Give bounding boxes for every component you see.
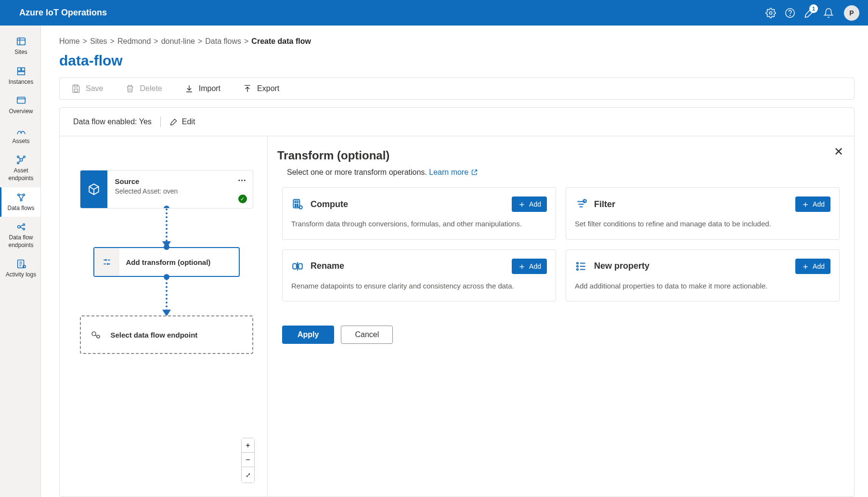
avatar[interactable]: P xyxy=(844,5,859,21)
settings-icon[interactable] xyxy=(761,3,780,23)
card-new-property: New property ＋Add Add additional propert… xyxy=(566,249,840,302)
svg-point-9 xyxy=(17,156,19,158)
assets-icon xyxy=(16,125,26,136)
sidebar-item-label: Data flows xyxy=(7,205,34,212)
add-filter-button[interactable]: ＋Add xyxy=(795,196,830,212)
breadcrumb: Home > Sites > Redmond > donut-line > Da… xyxy=(59,37,855,46)
breadcrumb-item[interactable]: Data flows xyxy=(205,37,241,46)
endpoint-label: Select data flow endpoint xyxy=(111,331,252,339)
svg-point-15 xyxy=(17,225,20,228)
card-desc: Set filter conditions to refine and mana… xyxy=(575,219,830,230)
zoom-in-button[interactable]: + xyxy=(242,438,254,453)
data-flows-icon xyxy=(16,192,26,203)
toolbar: Save Delete Import Export xyxy=(59,78,855,100)
toolbar-label: Save xyxy=(86,84,103,93)
activity-logs-icon xyxy=(16,259,26,269)
status-check-icon: ✓ xyxy=(238,195,247,203)
breadcrumb-item[interactable]: Home xyxy=(59,37,80,46)
cancel-button[interactable]: Cancel xyxy=(341,326,393,344)
main-content: Home > Sites > Redmond > donut-line > Da… xyxy=(41,26,868,497)
zoom-fit-button[interactable]: ⤢ xyxy=(242,467,254,483)
svg-rect-3 xyxy=(17,38,25,45)
learn-more-link[interactable]: Learn more xyxy=(429,168,478,176)
sidebar-item-label: Data flow endpoints xyxy=(3,234,39,249)
notification-bell-icon[interactable] xyxy=(819,3,838,23)
breadcrumb-sep: > xyxy=(154,37,158,46)
card-title: Rename xyxy=(311,261,505,271)
zoom-out-button[interactable]: − xyxy=(242,453,254,467)
delete-button: Delete xyxy=(125,84,162,93)
svg-point-17 xyxy=(23,228,25,230)
sites-icon xyxy=(16,36,26,47)
workspace: Data flow enabled: Yes Edit xyxy=(59,107,855,497)
card-desc: Transform data through conversions, form… xyxy=(291,219,547,230)
svg-point-23 xyxy=(97,335,100,338)
sidebar-item-assets[interactable]: Assets xyxy=(0,120,40,150)
card-desc: Add additional properties to data to mak… xyxy=(575,281,830,292)
export-button[interactable]: Export xyxy=(243,84,279,93)
svg-point-22 xyxy=(92,332,96,336)
sidebar-item-overview[interactable]: Overview xyxy=(0,91,40,120)
breadcrumb-sep: > xyxy=(198,37,202,46)
svg-point-19 xyxy=(23,265,25,268)
node-menu-icon[interactable]: … xyxy=(238,173,247,183)
canvas: Source Selected Asset: oven … ✓ xyxy=(60,136,268,497)
asset-endpoints-icon xyxy=(16,155,26,165)
transform-icon xyxy=(94,248,119,276)
add-compute-button[interactable]: ＋Add xyxy=(512,196,547,212)
svg-rect-7 xyxy=(17,97,25,104)
rename-icon xyxy=(291,260,304,273)
sidebar-item-data-flow-endpoints[interactable]: Data flow endpoints xyxy=(0,217,40,254)
brand-title: Azure IoT Operations xyxy=(19,8,107,18)
breadcrumb-item[interactable]: Sites xyxy=(90,37,107,46)
apply-button[interactable]: Apply xyxy=(282,326,334,344)
card-title: New property xyxy=(594,261,789,271)
svg-rect-33 xyxy=(298,263,302,269)
source-node[interactable]: Source Selected Asset: oven … ✓ xyxy=(80,170,253,209)
panel-title: Transform (optional) xyxy=(277,149,840,162)
filter-icon xyxy=(575,198,587,210)
add-rename-button[interactable]: ＋Add xyxy=(512,259,547,274)
svg-point-11 xyxy=(17,162,19,164)
import-button[interactable]: Import xyxy=(184,84,220,93)
sidebar-item-data-flows[interactable]: Data flows xyxy=(0,187,40,217)
toolbar-label: Export xyxy=(257,84,279,93)
breadcrumb-item[interactable]: donut-line xyxy=(161,37,195,46)
svg-rect-6 xyxy=(17,72,25,75)
card-rename: Rename ＋Add Rename datapoints to ensure … xyxy=(282,249,556,302)
svg-point-29 xyxy=(297,206,298,207)
feedback-icon[interactable]: 1 xyxy=(800,3,819,23)
breadcrumb-sep: > xyxy=(244,37,248,46)
endpoint-node[interactable]: Select data flow endpoint xyxy=(80,315,253,354)
sidebar-item-label: Sites xyxy=(14,49,27,56)
breadcrumb-sep: > xyxy=(110,37,115,46)
sidebar-item-label: Assets xyxy=(12,138,29,145)
card-desc: Rename datapoints to ensure clarity and … xyxy=(291,281,547,292)
svg-point-1 xyxy=(786,8,794,17)
svg-rect-4 xyxy=(17,67,20,70)
workspace-header: Data flow enabled: Yes Edit xyxy=(60,108,854,136)
sidebar-item-sites[interactable]: Sites xyxy=(0,31,40,61)
divider xyxy=(160,117,161,127)
sidebar-item-label: Overview xyxy=(9,108,33,116)
close-button[interactable]: ✕ xyxy=(834,145,843,158)
edit-icon xyxy=(169,118,178,126)
canvas-zoom-controls: + − ⤢ xyxy=(241,438,255,483)
transform-label: Add transform (optional) xyxy=(119,258,239,266)
add-new-property-button[interactable]: ＋Add xyxy=(795,259,830,274)
overview-icon xyxy=(16,95,26,106)
svg-rect-32 xyxy=(293,263,297,269)
sidebar-item-instances[interactable]: Instances xyxy=(0,61,40,91)
svg-point-26 xyxy=(295,204,296,205)
breadcrumb-current: Create data flow xyxy=(251,37,311,46)
sidebar-item-label: Asset endpoints xyxy=(3,167,39,182)
transform-panel: ✕ Transform (optional) Select one or mor… xyxy=(268,136,854,497)
breadcrumb-item[interactable]: Redmond xyxy=(117,37,151,46)
cube-icon xyxy=(80,170,107,208)
transform-node[interactable]: Add transform (optional) xyxy=(93,247,240,277)
notification-badge: 1 xyxy=(809,4,818,13)
sidebar-item-activity-logs[interactable]: Activity logs xyxy=(0,254,40,284)
sidebar-item-asset-endpoints[interactable]: Asset endpoints xyxy=(0,150,40,187)
help-icon[interactable] xyxy=(780,3,800,23)
edit-button[interactable]: Edit xyxy=(169,118,195,126)
